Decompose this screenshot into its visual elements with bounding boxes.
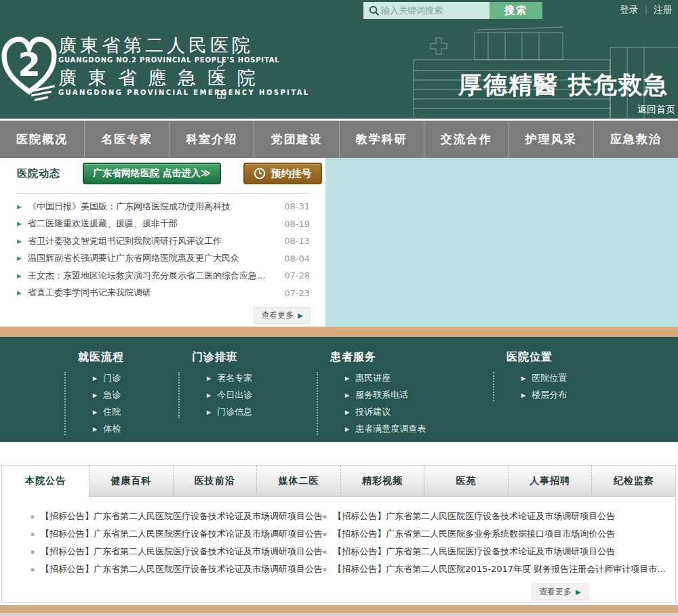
arrow-icon: ▶ [93,426,97,432]
tab-medical-frontier[interactable]: 医技前沿 [173,466,257,497]
arrow-icon: ▶ [207,392,211,398]
nav-item-famous-doctors[interactable]: 名医专家 [85,121,170,158]
search-button[interactable]: 搜索 [490,2,542,19]
square-bullet-icon: ▪ [323,566,327,573]
news-item-date: 08-19 [284,219,310,229]
quicklink-public-lectures[interactable]: ▶惠民讲座 [345,372,426,384]
quicklink-location[interactable]: ▶医院位置 [521,372,567,384]
triangle-bullet-icon: ▶ [17,220,22,227]
announcements-content: ▪【招标公告】广东省第二人民医院医疗设备技术论证及市场调研项目公告 ▪【招标公告… [2,497,675,578]
tab-recruitment[interactable]: 人事招聘 [508,466,592,497]
tab-discipline-inspection[interactable]: 纪检监察 [591,466,675,497]
announcement-title: 【招标公告】广东省第二人民医院医疗设备技术论证及市场调研项目公告 [41,546,323,558]
quick-links-section: 就医流程 ▶门诊 ▶急诊 ▶住院 ▶体检 门诊排班 ▶著名专家 ▶今日出诊 ▶门… [0,337,678,442]
announcement-item[interactable]: ▪【招标公告】广东省第二人民医院医疗设备技术论证及市场调研项目公告 [31,525,323,543]
tan-footer-bar [0,605,678,613]
news-item[interactable]: ▶ 温国辉副省长强调要让广东省网络医院惠及更广大民众 08-04 [17,250,310,268]
tan-divider-bar [0,327,678,337]
column-title: 医院位置 [506,350,567,365]
announcement-title: 【招标公告】广东省第二人民医院医疗设备技术论证及市场调研项目公告 [41,510,323,522]
triangle-bullet-icon: ▶ [17,203,22,210]
announcement-item[interactable]: ▪【招标公告】广东省第二人民医院医疗设备技术论证及市场调研项目公告 [31,543,323,560]
announcement-title: 【招标公告】广东省第二人民医院2015-2017年度 财务报告注册会计师审计项目… [333,563,665,575]
quicklink-checkup[interactable]: ▶体检 [93,423,124,435]
column-title: 门诊排班 [192,350,252,365]
nav-item-departments[interactable]: 科室介绍 [170,121,254,158]
news-item[interactable]: ▶ 王文杰：东盟地区论坛救灾演习充分展示省二医的综合应急... 07-28 [17,267,310,285]
announcement-item[interactable]: ▪【招标公告】广东省第二人民医院2015-2017年度 财务报告注册会计师审计项… [323,560,666,578]
announcements-more-label: 查看更多 [539,586,572,598]
announcement-item[interactable]: ▪【招标公告】广东省第二人民医院医疗设备技术论证及市场调研项目公告 [31,560,323,578]
quicklink-label: 急诊 [103,389,121,401]
nav-item-nursing[interactable]: 护理风采 [509,121,594,158]
top-bar: 搜索 登录 | 注册 [0,0,678,20]
announcement-item[interactable]: ▪【招标公告】广东省第二人民医院医疗设备技术论证及市场调研项目公告 [31,508,323,525]
appointment-button[interactable]: 预约挂号 [243,163,322,184]
hospital-homepage: 搜索 登录 | 注册 2 [0,0,678,616]
nav-item-cooperation[interactable]: 交流合作 [424,121,509,158]
quicklink-label: 惠民讲座 [355,372,391,384]
back-home-link[interactable]: 返回首页 [637,104,675,116]
announcements-more-button[interactable]: 查看更多 ▶ [532,583,589,600]
tab-hospital-announcements[interactable]: 本院公告 [2,466,89,497]
tab-health-encyclopedia[interactable]: 健康百科 [89,466,173,497]
quicklink-famous-experts[interactable]: ▶著名专家 [207,372,252,384]
nav-item-hospital-overview[interactable]: 医院概况 [0,121,85,158]
nav-item-teaching-research[interactable]: 教学科研 [340,121,424,158]
quicklink-satisfaction-survey[interactable]: ▶患者满意度调查表 [345,423,426,435]
announcement-item[interactable]: ▪【招标公告】广东省第二人民医院医疗设备技术论证及市场调研项目公告 [323,508,666,525]
arrow-icon: ▶ [93,392,97,398]
gray-footer-strip [0,613,678,616]
hospital-name-block: 廣東省第二人民医院 GUANGDONG NO.2 PROVINCIAL PEOP… [58,35,310,96]
tab-videos[interactable]: 精彩视频 [340,466,424,497]
news-item[interactable]: ▶ 省直工委李学同书记来我院调研 07-23 [17,285,310,302]
announcement-item[interactable]: ▪【招标公告】广东省第二人民医院医疗设备技术论证及市场调研项目公告 [323,543,666,560]
column-title: 就医流程 [78,350,124,365]
announcement-item[interactable]: ▪【招标公告】广东省第二人民医院多业务系统数据接口项目市场询价公告 [323,525,666,543]
arrow-icon: ▶ [93,375,97,382]
quicklink-label: 患者满意度调查表 [355,423,426,435]
quicklink-emergency[interactable]: ▶急诊 [93,389,124,401]
quicklink-today-clinic[interactable]: ▶今日出诊 [207,389,252,401]
arrow-icon: ▶ [93,409,97,415]
tab-hospital-garden[interactable]: 医苑 [424,466,508,497]
quicklink-service-phones[interactable]: ▶服务联系电话 [345,389,426,401]
arrow-icon: ▶ [345,375,349,382]
news-item[interactable]: ▶ 省二医隆重欢送援藏、援疆、援非干部 08-19 [17,215,310,233]
quicklink-label: 楼层分布 [532,389,567,401]
news-list: ▶ 《中国日报》美国版：广东网络医院成功使用高科技 08-31 ▶ 省二医隆重欢… [0,195,325,302]
search-field[interactable] [363,2,490,19]
quicklink-floor-map[interactable]: ▶楼层分布 [521,389,567,401]
quicklink-label: 门诊 [103,372,121,384]
announcement-list-right: ▪【招标公告】广东省第二人民医院医疗设备技术论证及市场调研项目公告 ▪【招标公告… [323,508,666,578]
news-item[interactable]: ▶ 《中国日报》美国版：广东网络医院成功使用高科技 08-31 [17,198,310,215]
quicklink-clinic-info[interactable]: ▶门诊信息 [207,406,252,418]
square-bullet-icon: ▪ [31,548,35,555]
quicklink-label: 服务联系电话 [355,389,408,401]
dashed-divider [17,193,310,194]
arrow-icon: ▶ [207,409,211,415]
quicklink-outpatient[interactable]: ▶门诊 [93,372,124,384]
news-item-title: 省卫计委骆文智党组书记到我院调研行风评议工作 [28,235,279,247]
register-link[interactable]: 注册 [654,4,673,16]
nav-item-party-building[interactable]: 党团建设 [254,121,339,158]
nav-item-emergency-rescue[interactable]: 应急救治 [594,121,678,158]
quicklink-label: 门诊信息 [217,406,252,418]
quicklink-inpatient[interactable]: ▶住院 [93,406,124,418]
news-more-button[interactable]: 查看更多 ▶ [254,307,311,324]
banner-image[interactable] [325,158,678,327]
tab-media-coverage[interactable]: 媒体二医 [256,466,340,497]
login-link[interactable]: 登录 [620,4,639,16]
quicklink-complaints[interactable]: ▶投诉建议 [345,406,426,418]
news-item-date: 07-28 [284,270,310,281]
square-bullet-icon: ▪ [323,548,327,555]
network-hospital-button[interactable]: 广东省网络医院 点击进入≫ [83,163,221,184]
search-input[interactable] [380,5,484,16]
appointment-button-label: 预约挂号 [271,167,312,180]
arrow-icon: ▶ [521,375,525,382]
column-list: ▶著名专家 ▶今日出诊 ▶门诊信息 [178,372,252,418]
news-item[interactable]: ▶ 省卫计委骆文智党组书记到我院调研行风评议工作 08-13 [17,232,310,250]
hospital-logo[interactable]: 2 [1,33,57,103]
main-nav: 医院概况 名医专家 科室介绍 党团建设 教学科研 交流合作 护理风采 应急救治 [0,121,678,158]
column-title: 患者服务 [330,350,426,365]
